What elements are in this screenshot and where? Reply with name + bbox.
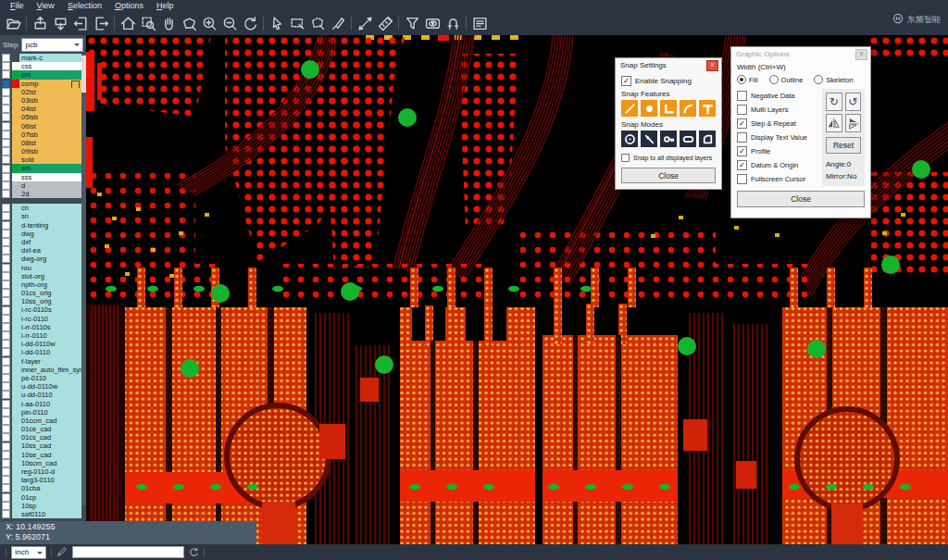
select-polygon-icon[interactable] — [307, 13, 328, 33]
layer-row[interactable]: targ3-0110 — [0, 476, 81, 484]
layer-visibility-checkbox[interactable] — [2, 442, 10, 451]
layer-row[interactable]: i-rr-0110s — [0, 323, 81, 331]
snap-arc-button[interactable] — [680, 100, 696, 117]
page-arrow-left-icon[interactable] — [70, 13, 91, 33]
layer-visibility-checkbox[interactable] — [2, 221, 10, 230]
layer-name[interactable]: pin-0110 — [19, 408, 81, 417]
layer-row[interactable]: pin-0110 — [0, 408, 81, 417]
mirror-vertical-button[interactable] — [845, 114, 862, 132]
layer-name[interactable]: pe-0110 — [19, 374, 81, 382]
layer-row[interactable]: saf0110 — [0, 510, 81, 518]
layer-row[interactable]: dwg-org — [0, 255, 81, 263]
layer-visibility-checkbox[interactable] — [2, 374, 10, 382]
layer-row[interactable]: 10scm_cad — [0, 459, 81, 467]
close-icon[interactable]: x — [706, 60, 718, 71]
layer-visibility-checkbox[interactable] — [2, 340, 10, 348]
layer-visibility-checkbox[interactable] — [2, 165, 10, 173]
layer-row[interactable]: u-dd-0110w — [0, 382, 81, 391]
layer-name[interactable]: targ3-0110 — [19, 476, 81, 484]
layer-row[interactable]: 01ccm_cad — [0, 417, 81, 425]
pan-hand-icon[interactable] — [158, 13, 179, 33]
layer-name[interactable]: sm — [19, 164, 81, 172]
layer-name[interactable]: d-tenting — [19, 221, 81, 230]
layer-row[interactable]: cn — [0, 204, 81, 212]
layer-visibility-checkbox[interactable] — [2, 306, 10, 315]
layer-visibility-checkbox[interactable] — [2, 139, 10, 147]
menu-selection[interactable]: Selection — [61, 1, 108, 10]
layer-row[interactable]: 06lst — [0, 122, 81, 131]
layer-name[interactable]: sss — [19, 173, 81, 181]
layer-name[interactable]: sold — [19, 156, 81, 164]
measure-icon[interactable] — [355, 13, 375, 33]
layer-visibility-checkbox[interactable] — [2, 366, 10, 374]
layer-visibility-checkbox[interactable] — [2, 323, 10, 331]
layer-scrollbar[interactable] — [81, 54, 86, 505]
layer-visibility-checkbox[interactable] — [2, 400, 10, 408]
snap-polygon-button[interactable] — [699, 131, 716, 147]
layer-visibility-checkbox[interactable] — [2, 348, 10, 356]
layer-visibility-checkbox[interactable] — [2, 476, 10, 484]
select-rect-icon[interactable] — [287, 13, 307, 33]
layer-name[interactable]: 01cba — [19, 484, 81, 492]
checkbox[interactable]: ✓ — [737, 118, 747, 129]
layer-name[interactable]: i-rc-0110 — [19, 315, 81, 323]
highlight-eye-icon[interactable] — [422, 13, 443, 33]
layer-visibility-checkbox[interactable] — [2, 510, 10, 518]
layer-name[interactable]: 10scm_cad — [19, 459, 81, 467]
checkbox[interactable] — [737, 132, 747, 143]
layer-name[interactable]: 05lsb — [19, 113, 81, 121]
rotate-cw-button[interactable]: ↻ — [826, 93, 842, 111]
zoom-in-icon[interactable] — [199, 13, 219, 33]
graphic-check-fullscreen-cursor[interactable]: Fullscreen Cursor — [737, 172, 818, 186]
layer-name[interactable]: comp — [19, 80, 81, 88]
layer-row[interactable]: 01cs_cad — [0, 433, 81, 442]
layer-visibility-checkbox[interactable] — [2, 280, 10, 289]
page-arrow-right-icon[interactable] — [91, 13, 111, 33]
menu-file[interactable]: File — [4, 1, 31, 10]
refresh-icon[interactable] — [189, 544, 199, 560]
select-cursor-icon[interactable] — [267, 13, 287, 33]
layer-row[interactable]: 04lst — [0, 105, 81, 113]
layer-name[interactable]: 08lst — [19, 139, 81, 147]
layer-row[interactable]: d-tenting — [0, 221, 81, 230]
layer-row[interactable]: i-rr-0110 — [0, 331, 81, 340]
layer-name[interactable]: 06lst — [19, 122, 81, 131]
layer-row[interactable]: rou — [0, 264, 81, 272]
layer-name[interactable]: mark-c — [19, 54, 81, 62]
layer-visibility-checkbox[interactable] — [2, 417, 10, 425]
layer-visibility-checkbox[interactable] — [2, 484, 10, 492]
layer-row[interactable]: f-layer — [0, 357, 81, 366]
snap-all-layers-checkbox[interactable] — [621, 154, 630, 162]
snap-all-layers-row[interactable]: Snap to all displayed layers — [621, 151, 716, 164]
layers-panel-icon[interactable] — [469, 13, 490, 33]
radio-button[interactable] — [769, 75, 779, 84]
layer-name[interactable]: 10ss_cad — [19, 442, 81, 450]
layer-name[interactable]: rou — [19, 264, 81, 272]
graphic-check-profile[interactable]: ✓Profile — [737, 144, 818, 158]
snap-line-button[interactable] — [621, 100, 638, 117]
layer-name[interactable]: 07lsb — [19, 131, 81, 139]
graphic-dialog-titlebar[interactable]: Graphic Options x — [731, 47, 870, 61]
layer-visibility-checkbox[interactable] — [2, 272, 10, 280]
layer-visibility-checkbox[interactable] — [2, 467, 10, 476]
radio-button[interactable] — [814, 75, 823, 84]
layer-row[interactable]: dxf-ea — [0, 246, 81, 255]
reset-button[interactable]: Reset — [826, 137, 861, 154]
layer-visibility-checkbox[interactable] — [2, 131, 10, 139]
layer-visibility-checkbox[interactable] — [2, 212, 10, 220]
graphic-check-multi-layers[interactable]: Multi Layers — [737, 103, 818, 117]
layer-name[interactable]: 02lst — [19, 88, 81, 96]
layer-name[interactable]: slot-org — [19, 272, 81, 280]
layer-visibility-checkbox[interactable] — [2, 502, 10, 510]
layer-row[interactable]: i-rc-0110s — [0, 305, 81, 314]
layer-visibility-checkbox[interactable] — [2, 289, 10, 297]
checkbox[interactable]: ✓ — [737, 160, 747, 170]
layer-visibility-checkbox[interactable] — [2, 80, 10, 88]
layer-visibility-checkbox[interactable] — [2, 391, 10, 399]
layer-visibility-checkbox[interactable] — [2, 122, 10, 131]
layer-row[interactable]: slot-org — [0, 272, 81, 280]
rotate-ccw-button[interactable]: ↺ — [845, 93, 862, 111]
layer-name[interactable]: u-dd-0110 — [19, 391, 81, 399]
paint-brush-icon[interactable] — [328, 13, 348, 33]
layer-name[interactable]: 01cs_cad — [19, 433, 81, 442]
